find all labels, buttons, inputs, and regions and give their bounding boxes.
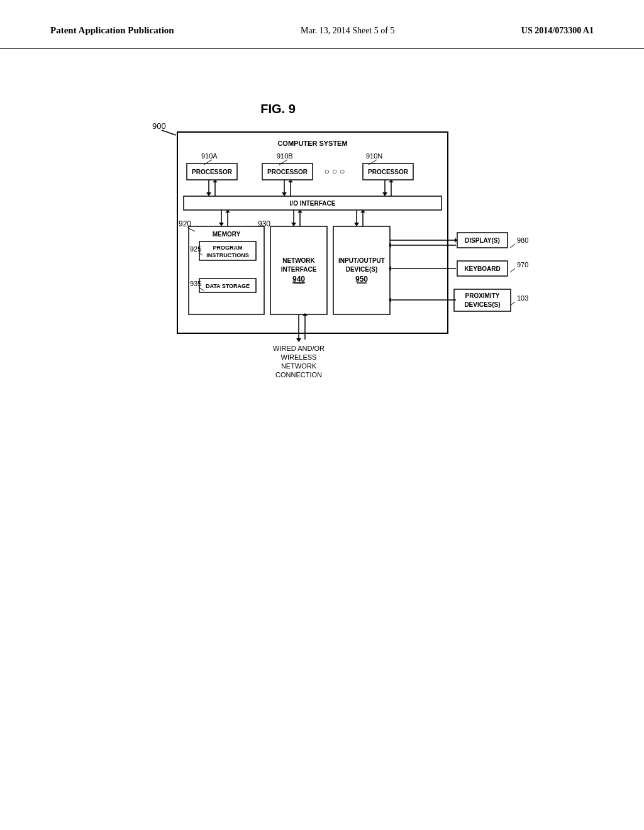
svg-text:980: 980 [517, 236, 528, 244]
svg-text:INTERFACE: INTERFACE [281, 266, 317, 273]
header-publication-label: Patent Application Publication [50, 25, 174, 36]
svg-line-34 [279, 160, 287, 165]
svg-text:MEMORY: MEMORY [213, 231, 241, 238]
svg-marker-62 [219, 223, 224, 226]
svg-text:940: 940 [292, 275, 305, 284]
svg-text:PROGRAM: PROGRAM [213, 245, 243, 251]
svg-text:950: 950 [355, 275, 368, 284]
svg-line-36 [369, 160, 377, 165]
svg-text:KEYBOARD: KEYBOARD [464, 265, 500, 272]
svg-line-32 [204, 160, 212, 165]
svg-text:FIG. 9: FIG. 9 [260, 102, 296, 116]
svg-text:970: 970 [517, 261, 528, 268]
svg-text:910B: 910B [277, 152, 293, 160]
svg-text:I/O INTERFACE: I/O INTERFACE [290, 200, 336, 207]
svg-text:103: 103 [517, 294, 528, 302]
clean-diagram: FIG. 9 900 COMPUTER SYSTEM 910A 910B 910… [102, 94, 542, 474]
svg-text:WIRED AND/OR: WIRED AND/OR [273, 345, 325, 352]
svg-text:PROCESSOR: PROCESSOR [368, 169, 409, 175]
page-header: Patent Application Publication Mar. 13, … [0, 0, 644, 49]
svg-marker-45 [206, 192, 211, 196]
svg-text:910A: 910A [201, 152, 218, 160]
svg-text:NETWORK: NETWORK [282, 257, 315, 264]
svg-text:PROXIMITY: PROXIMITY [465, 292, 499, 299]
svg-text:910N: 910N [366, 152, 382, 160]
svg-marker-49 [282, 192, 287, 196]
svg-text:INPUT/OUTPUT: INPUT/OUTPUT [338, 257, 385, 264]
svg-text:DISPLAY(S): DISPLAY(S) [465, 237, 500, 244]
svg-text:INSTRUCTIONS: INSTRUCTIONS [206, 252, 249, 258]
header-patent-number: US 2014/073300 A1 [521, 26, 594, 36]
svg-marker-70 [354, 223, 359, 226]
svg-marker-53 [382, 192, 387, 196]
header-date-sheet: Mar. 13, 2014 Sheet 5 of 5 [301, 26, 394, 36]
svg-text:PROCESSOR: PROCESSOR [192, 169, 233, 175]
svg-text:○ ○ ○: ○ ○ ○ [324, 166, 345, 176]
svg-line-97 [510, 244, 515, 248]
svg-text:DATA STORAGE: DATA STORAGE [206, 283, 250, 289]
svg-text:920: 920 [179, 219, 191, 228]
svg-text:COMPUTER SYSTEM: COMPUTER SYSTEM [277, 140, 347, 147]
svg-rect-73 [189, 226, 264, 314]
svg-text:900: 900 [152, 121, 166, 131]
svg-line-101 [510, 268, 515, 272]
svg-text:NETWORK: NETWORK [281, 362, 317, 370]
svg-text:DEVICES(S): DEVICES(S) [464, 301, 500, 308]
svg-text:CONNECTION: CONNECTION [275, 371, 322, 379]
svg-text:DEVICE(S): DEVICE(S) [346, 266, 378, 273]
svg-text:PROCESSOR: PROCESSOR [267, 169, 308, 175]
svg-text:WIRELESS: WIRELESS [281, 353, 317, 361]
svg-marker-66 [291, 223, 296, 226]
svg-line-28 [162, 130, 176, 135]
svg-marker-116 [296, 338, 301, 342]
patent-diagram-svg: FIG. 9 900 COMPUTER SYSTEM 910A 910B 910… [102, 94, 542, 472]
